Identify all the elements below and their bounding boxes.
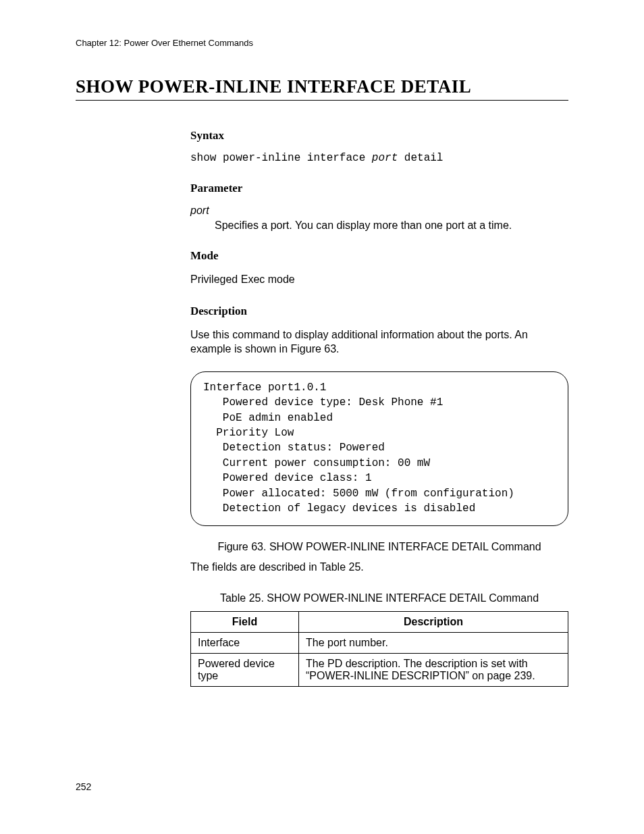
table-header-row: Field Description — [191, 611, 568, 632]
parameter-heading: Parameter — [190, 182, 568, 195]
td-desc: The PD description. The description is s… — [299, 653, 568, 686]
description-text: Use this command to display additional i… — [190, 328, 568, 357]
syntax-prefix: show power-inline interface — [190, 152, 372, 164]
content-body: Syntax show power-inline interface port … — [190, 129, 568, 687]
syntax-command: show power-inline interface port detail — [190, 152, 568, 164]
th-field: Field — [191, 611, 299, 632]
td-field: Powered device type — [191, 653, 299, 686]
page-title: SHOW POWER-INLINE INTERFACE DETAIL — [76, 76, 568, 101]
td-desc: The port number. — [299, 632, 568, 653]
param-desc: Specifies a port. You can display more t… — [215, 219, 568, 232]
param-name: port — [190, 205, 568, 217]
table-caption: Table 25. SHOW POWER-INLINE INTERFACE DE… — [190, 592, 568, 604]
th-desc: Description — [299, 611, 568, 632]
description-heading: Description — [190, 305, 568, 318]
td-field: Interface — [191, 632, 299, 653]
table-row: Powered device type The PD description. … — [191, 653, 568, 686]
table-row: Interface The port number. — [191, 632, 568, 653]
code-example-box: Interface port1.0.1 Powered device type:… — [190, 371, 568, 527]
fields-table: Field Description Interface The port num… — [190, 611, 568, 687]
figure-caption: Figure 63. SHOW POWER-INLINE INTERFACE D… — [190, 541, 568, 553]
syntax-param: port — [372, 152, 398, 164]
table-intro-text: The fields are described in Table 25. — [190, 560, 568, 575]
syntax-suffix: detail — [398, 152, 443, 164]
syntax-heading: Syntax — [190, 129, 568, 142]
page-number: 252 — [76, 781, 568, 792]
page-content: Chapter 12: Power Over Ethernet Commands… — [0, 0, 644, 833]
chapter-header: Chapter 12: Power Over Ethernet Commands — [76, 38, 568, 48]
mode-text: Privileged Exec mode — [190, 272, 568, 287]
mode-heading: Mode — [190, 249, 568, 263]
